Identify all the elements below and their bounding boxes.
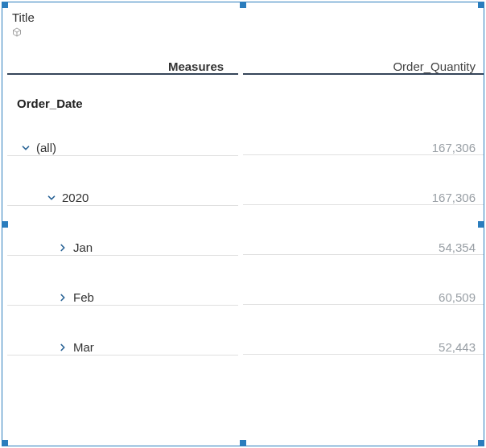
row-label: (all) — [36, 141, 56, 154]
row-label-cell[interactable]: Mar — [7, 340, 238, 356]
widget-selection-frame[interactable]: Title Measures Order_Quantity Order_Date… — [2, 2, 484, 446]
measures-header[interactable]: Measures — [7, 60, 238, 75]
chevron-right-icon[interactable] — [56, 340, 70, 355]
widget-title[interactable]: Title — [12, 10, 474, 24]
row-label: Feb — [73, 290, 94, 304]
row-value: 60,509 — [439, 290, 476, 304]
row-value: 167,306 — [432, 191, 476, 204]
row-value-cell[interactable]: 167,306 — [243, 141, 484, 155]
widget-header: Title — [2, 2, 484, 45]
resize-handle-top-right[interactable] — [478, 2, 484, 8]
table-row: Mar52,443 — [7, 323, 479, 372]
chevron-down-icon[interactable] — [19, 141, 33, 155]
cube-icon — [12, 27, 22, 37]
row-value-cell[interactable]: 54,354 — [243, 240, 484, 255]
resize-handle-left[interactable] — [2, 221, 8, 228]
table-row: Feb60,509 — [7, 273, 479, 323]
metric-header[interactable]: Order_Quantity — [243, 60, 484, 75]
resize-handle-bottom-left[interactable] — [2, 440, 8, 446]
resize-handle-bottom-right[interactable] — [478, 440, 484, 446]
pivot-table: Measures Order_Quantity Order_Date (all)… — [7, 48, 479, 372]
row-value: 54,354 — [439, 240, 476, 254]
table-row: 2020167,306 — [7, 173, 479, 223]
svg-marker-0 — [14, 28, 21, 32]
resize-handle-bottom[interactable] — [240, 440, 246, 446]
row-label-cell[interactable]: Feb — [7, 290, 238, 306]
chevron-right-icon[interactable] — [56, 290, 70, 305]
row-label-cell[interactable]: Jan — [7, 240, 238, 256]
dimension-header[interactable]: Order_Date — [7, 85, 479, 123]
resize-handle-right[interactable] — [478, 221, 484, 228]
row-label-cell[interactable]: (all) — [7, 141, 238, 156]
table-row: Jan54,354 — [7, 223, 479, 273]
row-value-cell[interactable]: 52,443 — [243, 340, 484, 355]
row-label: Jan — [73, 240, 93, 254]
row-label: 2020 — [62, 191, 89, 204]
row-value: 52,443 — [439, 340, 476, 354]
row-value-cell[interactable]: 60,509 — [243, 290, 484, 305]
resize-handle-top-left[interactable] — [2, 2, 8, 8]
resize-handle-top[interactable] — [240, 2, 246, 8]
chevron-down-icon[interactable] — [44, 191, 59, 205]
column-header-row: Measures Order_Quantity — [7, 48, 479, 85]
table-row: (all)167,306 — [7, 123, 479, 173]
row-label: Mar — [73, 340, 94, 354]
row-value: 167,306 — [432, 141, 476, 154]
chevron-right-icon[interactable] — [56, 240, 70, 255]
row-value-cell[interactable]: 167,306 — [243, 191, 484, 205]
row-label-cell[interactable]: 2020 — [7, 191, 238, 206]
